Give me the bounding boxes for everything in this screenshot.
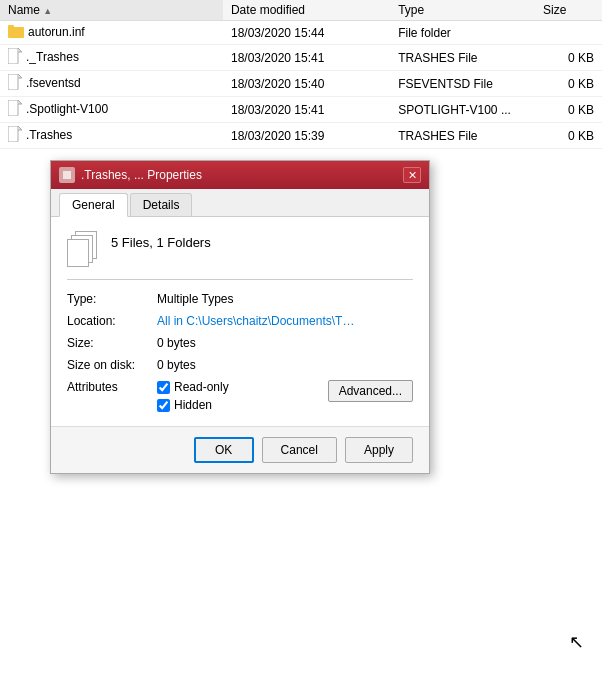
ok-button[interactable]: OK [194, 437, 254, 463]
svg-rect-5 [8, 126, 18, 142]
readonly-checkbox[interactable] [157, 381, 170, 394]
size-on-disk-label: Size on disk: [67, 358, 157, 372]
type-label: Type: [67, 292, 157, 306]
type-value: Multiple Types [157, 292, 233, 306]
svg-rect-4 [8, 100, 18, 116]
prop-location-row: Location: All in C:\Users\chaitz\Documen… [67, 314, 413, 328]
prop-size-disk-row: Size on disk: 0 bytes [67, 358, 413, 372]
hidden-checkbox[interactable] [157, 399, 170, 412]
tab-general[interactable]: General [59, 193, 128, 217]
svg-rect-0 [8, 27, 24, 38]
table-row[interactable]: ._Trashes18/03/2020 15:41TRASHES File0 K… [0, 45, 602, 71]
dialog-tabs: General Details [51, 189, 429, 217]
readonly-label[interactable]: Read-only [174, 380, 229, 394]
svg-rect-1 [8, 25, 14, 28]
table-row[interactable]: .Trashes18/03/2020 15:39TRASHES File0 KB [0, 123, 602, 149]
size-value: 0 bytes [157, 336, 196, 350]
tab-details[interactable]: Details [130, 193, 193, 216]
table-row[interactable]: .fseventsd18/03/2020 15:40FSEVENTSD File… [0, 71, 602, 97]
dialog-titlebar: .Trashes, ... Properties ✕ [51, 161, 429, 189]
sort-arrow-icon: ▲ [43, 6, 52, 16]
files-stack-icon [67, 231, 99, 267]
location-value: All in C:\Users\chaitz\Documents\Tmp\Pen… [157, 314, 357, 328]
dialog-buttons: OK Cancel Apply [51, 426, 429, 473]
readonly-row: Read-only [157, 380, 229, 394]
size-label: Size: [67, 336, 157, 350]
apply-button[interactable]: Apply [345, 437, 413, 463]
svg-rect-3 [8, 74, 18, 90]
attr-checkboxes: Read-only Hidden [157, 380, 229, 412]
dialog-title-text: .Trashes, ... Properties [81, 168, 202, 182]
table-row[interactable]: .Spotlight-V10018/03/2020 15:41SPOTLIGHT… [0, 97, 602, 123]
location-label: Location: [67, 314, 157, 328]
svg-rect-2 [8, 48, 18, 64]
cancel-button[interactable]: Cancel [262, 437, 337, 463]
col-header-size[interactable]: Size [535, 0, 602, 21]
hidden-row: Hidden [157, 398, 229, 412]
properties-dialog: .Trashes, ... Properties ✕ General Detai… [50, 160, 430, 474]
svg-rect-6 [63, 171, 71, 179]
dialog-title-icon [59, 167, 75, 183]
advanced-button[interactable]: Advanced... [328, 380, 413, 402]
col-header-date[interactable]: Date modified [223, 0, 390, 21]
files-count-text: 5 Files, 1 Folders [111, 231, 211, 250]
dialog-content: 5 Files, 1 Folders Type: Multiple Types … [51, 217, 429, 426]
size-on-disk-value: 0 bytes [157, 358, 196, 372]
prop-size-row: Size: 0 bytes [67, 336, 413, 350]
col-header-name[interactable]: Name ▲ [0, 0, 223, 21]
file-table: Name ▲ Date modified Type Size autorun.i… [0, 0, 602, 149]
col-header-type[interactable]: Type [390, 0, 535, 21]
files-header: 5 Files, 1 Folders [67, 231, 413, 280]
attributes-section: Attributes Read-only Hidden Advanced... [67, 380, 413, 412]
attributes-label: Attributes [67, 380, 157, 394]
hidden-label[interactable]: Hidden [174, 398, 212, 412]
prop-type-row: Type: Multiple Types [67, 292, 413, 306]
dialog-close-button[interactable]: ✕ [403, 167, 421, 183]
table-row[interactable]: autorun.inf18/03/2020 15:44File folder [0, 21, 602, 45]
